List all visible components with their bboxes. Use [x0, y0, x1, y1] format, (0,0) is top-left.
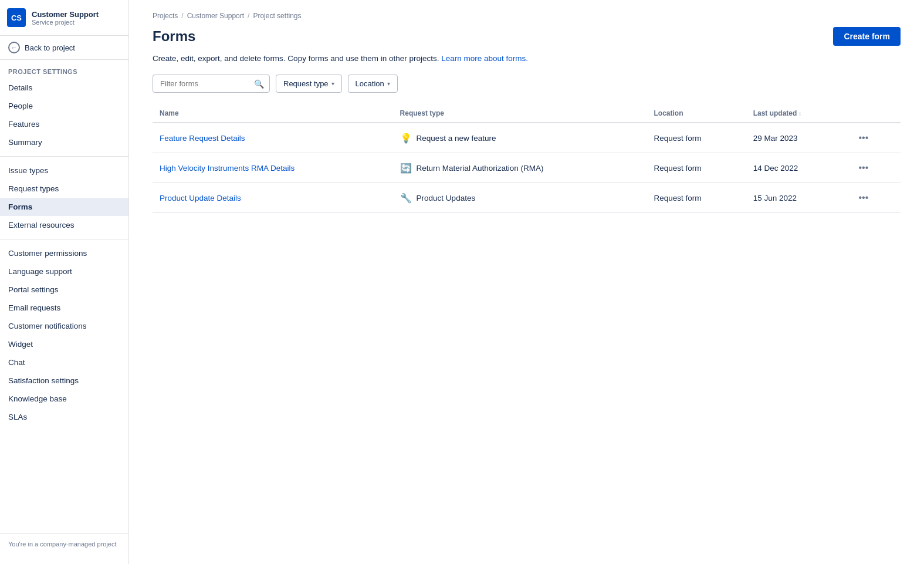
sidebar-header: CS Customer Support Service project: [0, 0, 128, 36]
table-row: High Velocity Instruments RMA Details 🔄 …: [153, 153, 901, 183]
request-type-icon: 💡: [400, 133, 412, 144]
sidebar-item-details[interactable]: Details: [0, 79, 128, 97]
sidebar-item-language-support[interactable]: Language support: [0, 262, 128, 281]
divider-2: [0, 239, 128, 239]
cell-last-updated: 29 Mar 2023: [746, 123, 847, 153]
cell-name: Product Update Details: [153, 183, 393, 213]
col-request-type: Request type: [393, 104, 647, 123]
back-icon: ←: [8, 42, 20, 53]
request-type-icon: 🔧: [400, 192, 412, 204]
col-location: Location: [647, 104, 746, 123]
sidebar-item-issue-types[interactable]: Issue types: [0, 161, 128, 180]
chevron-down-icon: ▾: [387, 80, 390, 87]
cell-actions: •••: [847, 183, 901, 213]
search-wrap: 🔍: [153, 75, 270, 93]
sidebar-item-request-types[interactable]: Request types: [0, 180, 128, 198]
sidebar-item-forms[interactable]: Forms: [0, 198, 128, 216]
request-type-label: Request a new feature: [417, 134, 496, 143]
sidebar-footer: You're in a company-managed project: [0, 533, 128, 555]
cell-request-type: 🔧 Product Updates: [393, 183, 647, 213]
cell-actions: •••: [847, 123, 901, 153]
more-options-button[interactable]: •••: [854, 130, 873, 146]
sidebar-item-summary[interactable]: Summary: [0, 133, 128, 151]
cell-last-updated: 14 Dec 2022: [746, 153, 847, 183]
filters-bar: 🔍 Request type ▾ Location ▾: [153, 75, 901, 93]
form-name-link[interactable]: High Velocity Instruments RMA Details: [160, 164, 295, 173]
sidebar-item-chat[interactable]: Chat: [0, 353, 128, 372]
divider-1: [0, 156, 128, 157]
sort-icon: ↕: [798, 110, 801, 117]
location-filter[interactable]: Location ▾: [348, 75, 398, 93]
table-row: Product Update Details 🔧 Product Updates…: [153, 183, 901, 213]
page-header: Forms Create form: [153, 27, 901, 46]
sidebar-item-external-resources[interactable]: External resources: [0, 216, 128, 234]
breadcrumb-sep-1: /: [181, 12, 183, 20]
col-last-updated[interactable]: Last updated ↕: [746, 104, 847, 123]
sidebar-item-customer-permissions[interactable]: Customer permissions: [0, 244, 128, 262]
table-header: Name Request type Location Last updated …: [153, 104, 901, 123]
page-title: Forms: [153, 28, 195, 45]
more-options-button[interactable]: •••: [854, 160, 873, 175]
col-actions: [847, 104, 901, 123]
sidebar-item-portal-settings[interactable]: Portal settings: [0, 281, 128, 299]
back-to-project[interactable]: ← Back to project: [0, 36, 128, 60]
search-input[interactable]: [153, 75, 270, 93]
table-body: Feature Request Details 💡 Request a new …: [153, 123, 901, 213]
request-type-label: Return Material Authorization (RMA): [417, 164, 544, 173]
main-content: Projects / Customer Support / Project se…: [129, 0, 924, 564]
breadcrumb-projects[interactable]: Projects: [153, 12, 178, 20]
cell-last-updated: 15 Jun 2022: [746, 183, 847, 213]
project-avatar: CS: [7, 8, 26, 27]
project-type: Service project: [32, 19, 99, 26]
table-row: Feature Request Details 💡 Request a new …: [153, 123, 901, 153]
sidebar-item-knowledge-base[interactable]: Knowledge base: [0, 390, 128, 408]
request-type-filter[interactable]: Request type ▾: [276, 75, 342, 93]
cell-name: Feature Request Details: [153, 123, 393, 153]
create-form-button[interactable]: Create form: [833, 27, 901, 46]
cell-request-type: 🔄 Return Material Authorization (RMA): [393, 153, 647, 183]
cell-name: High Velocity Instruments RMA Details: [153, 153, 393, 183]
breadcrumb-project-settings[interactable]: Project settings: [253, 12, 301, 20]
request-type-label: Product Updates: [417, 194, 476, 202]
sidebar-item-customer-notifications[interactable]: Customer notifications: [0, 317, 128, 335]
forms-table: Name Request type Location Last updated …: [153, 104, 901, 213]
sidebar-item-slas[interactable]: SLAs: [0, 408, 128, 426]
cell-request-type: 💡 Request a new feature: [393, 123, 647, 153]
form-name-link[interactable]: Feature Request Details: [160, 134, 245, 143]
sidebar-item-features[interactable]: Features: [0, 115, 128, 133]
sidebar-item-email-requests[interactable]: Email requests: [0, 299, 128, 317]
sidebar-item-people[interactable]: People: [0, 97, 128, 115]
cell-location: Request form: [647, 123, 746, 153]
project-name: Customer Support: [32, 10, 99, 19]
breadcrumb-sep-2: /: [248, 12, 249, 20]
project-info: Customer Support Service project: [32, 10, 99, 26]
col-name: Name: [153, 104, 393, 123]
form-name-link[interactable]: Product Update Details: [160, 194, 241, 202]
more-options-button[interactable]: •••: [854, 190, 873, 205]
cell-location: Request form: [647, 153, 746, 183]
sidebar-item-widget[interactable]: Widget: [0, 335, 128, 353]
request-type-icon: 🔄: [400, 163, 412, 174]
cell-location: Request form: [647, 183, 746, 213]
section-title: Project settings: [0, 60, 128, 79]
page-subtitle: Create, edit, export, and delete forms. …: [153, 54, 901, 63]
breadcrumb: Projects / Customer Support / Project se…: [153, 12, 901, 20]
sidebar-item-satisfaction-settings[interactable]: Satisfaction settings: [0, 372, 128, 390]
back-label: Back to project: [25, 43, 75, 52]
learn-more-link[interactable]: Learn more about forms.: [441, 54, 528, 63]
cell-actions: •••: [847, 153, 901, 183]
breadcrumb-customer-support[interactable]: Customer Support: [187, 12, 244, 20]
chevron-down-icon: ▾: [331, 80, 334, 87]
sidebar: CS Customer Support Service project ← Ba…: [0, 0, 129, 564]
